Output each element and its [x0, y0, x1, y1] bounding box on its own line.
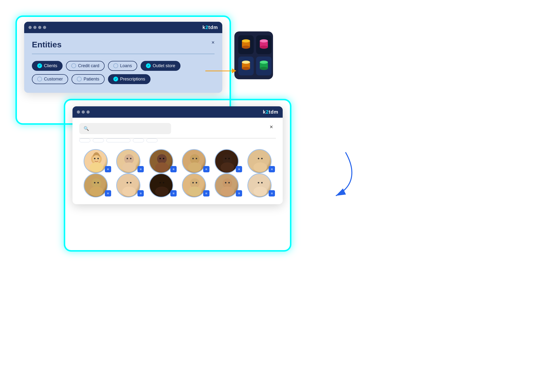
persons-dot-2 — [82, 110, 85, 114]
svg-point-29 — [155, 162, 169, 172]
persons-dot-3 — [86, 110, 90, 114]
circle-loans — [113, 63, 118, 68]
svg-point-2 — [242, 46, 250, 49]
chip-loans[interactable]: Loans — [108, 61, 137, 71]
avatar-cell-11[interactable]: ≡ — [210, 173, 243, 197]
chip-customer[interactable]: Customer — [32, 74, 68, 84]
search-box[interactable]: 🔍 — [79, 123, 171, 134]
svg-point-38 — [225, 158, 226, 159]
svg-point-39 — [228, 158, 230, 159]
chip-clients[interactable]: ✓ Clients — [32, 61, 63, 71]
persons-window: k2tdm 🔍 × — [72, 106, 283, 204]
svg-point-27 — [130, 158, 131, 159]
entities-divider — [32, 54, 215, 54]
db-cell-green — [256, 57, 272, 75]
avatar-cell-10[interactable]: ≡ — [178, 173, 210, 197]
avatar-badge-9: ≡ — [170, 190, 177, 196]
avatar-cell-3[interactable]: ≡ — [145, 149, 178, 173]
chip-loans-label: Loans — [120, 63, 132, 68]
avatar-badge-7: ≡ — [105, 190, 111, 196]
avatar-badge-icon-5: ≡ — [238, 167, 240, 171]
filter-chip-5[interactable] — [146, 138, 158, 142]
avatar-cell-9[interactable]: ≡ — [145, 173, 178, 197]
chip-customer-label: Customer — [44, 77, 63, 82]
dot-1 — [29, 26, 32, 29]
arrow-line — [205, 71, 232, 71]
avatar-badge-6: ≡ — [269, 166, 275, 172]
avatar-cell-5[interactable]: ≡ — [210, 149, 243, 173]
svg-point-67 — [261, 182, 263, 183]
avatar-badge-3: ≡ — [170, 166, 177, 172]
avatar-badge-icon-4: ≡ — [205, 167, 207, 171]
filter-chip-4[interactable] — [133, 138, 144, 142]
persons-close-button[interactable]: × — [267, 123, 276, 131]
svg-point-58 — [192, 182, 194, 183]
svg-point-42 — [258, 158, 259, 159]
avatar-img-12 — [247, 173, 272, 197]
persons-titlebar: k2tdm — [72, 106, 283, 118]
avatar-badge-icon-1: ≡ — [107, 167, 109, 171]
avatar-badge-4: ≡ — [203, 166, 209, 172]
filter-chip-3[interactable] — [106, 138, 130, 142]
svg-point-53 — [155, 187, 169, 196]
svg-point-65 — [253, 187, 267, 196]
circle-creditcard — [71, 63, 76, 68]
entities-body: Entities × ✓ Clients Credit card Loan — [24, 33, 222, 93]
avatar-badge-icon-7: ≡ — [107, 191, 109, 195]
avatar-badge-icon-8: ≡ — [140, 191, 142, 195]
svg-point-46 — [94, 182, 95, 183]
avatar-img-4 — [182, 149, 206, 173]
svg-point-57 — [188, 187, 202, 196]
dot-3 — [38, 26, 41, 29]
persons-logo-highlight: 2 — [266, 109, 269, 115]
filter-chip-1[interactable] — [79, 138, 90, 142]
db-cell-pink — [256, 35, 272, 54]
chip-patients[interactable]: Patients — [72, 74, 105, 84]
entities-close-button[interactable]: × — [211, 40, 215, 45]
chip-patients-label: Patients — [84, 77, 99, 82]
avatar-cell-12[interactable]: ≡ — [243, 173, 276, 197]
filter-chip-2[interactable] — [93, 138, 104, 142]
avatar-badge-5: ≡ — [236, 166, 242, 172]
avatar-cell-2[interactable]: ≡ — [112, 149, 145, 173]
chip-clients-label: Clients — [44, 63, 57, 68]
svg-point-41 — [253, 162, 267, 172]
entities-titlebar: k2tdm — [24, 22, 222, 33]
avatar-img-9 — [149, 173, 173, 197]
chip-prescriptions[interactable]: ✓ Prescriptions — [108, 74, 151, 84]
entities-window: k2tdm Entities × ✓ Clients Credit card — [24, 22, 222, 93]
logo-highlight: 2 — [205, 25, 208, 30]
svg-point-14 — [260, 67, 268, 70]
avatar-badge-2: ≡ — [137, 166, 144, 172]
avatar-img-7 — [84, 173, 108, 197]
entities-chips-row: ✓ Clients Credit card Loans ✓ Outlet sto… — [32, 61, 215, 84]
chip-creditcard[interactable]: Credit card — [66, 61, 105, 71]
svg-point-7 — [260, 39, 268, 43]
avatar-cell-7[interactable]: ≡ — [79, 173, 112, 197]
db-icon-green — [259, 60, 269, 72]
avatar-cell-4[interactable]: ≡ — [178, 149, 210, 173]
svg-point-21 — [90, 162, 103, 172]
avatar-cell-6[interactable]: ≡ — [243, 149, 276, 173]
svg-point-30 — [159, 158, 161, 159]
svg-point-50 — [127, 182, 128, 183]
avatar-cell-8[interactable]: ≡ — [112, 173, 145, 197]
avatar-badge-10: ≡ — [203, 190, 209, 196]
svg-point-45 — [90, 187, 103, 196]
svg-point-11 — [242, 61, 250, 64]
chip-outletstore[interactable]: ✓ Outlet store — [141, 61, 180, 71]
svg-point-6 — [260, 46, 268, 49]
avatar-img-5 — [215, 149, 239, 173]
avatar-img-11 — [215, 173, 239, 197]
avatar-img-6 — [247, 149, 272, 173]
avatar-img-8 — [116, 173, 140, 197]
svg-point-15 — [260, 61, 268, 64]
avatar-badge-icon-2: ≡ — [140, 167, 142, 171]
svg-point-62 — [225, 182, 226, 183]
svg-point-26 — [127, 158, 128, 159]
search-input[interactable] — [92, 126, 167, 131]
persons-logo: k2tdm — [263, 109, 278, 115]
orange-arrow — [205, 65, 244, 77]
avatar-cell-1[interactable]: ≡ — [79, 149, 112, 173]
check-icon-clients: ✓ — [37, 63, 42, 68]
